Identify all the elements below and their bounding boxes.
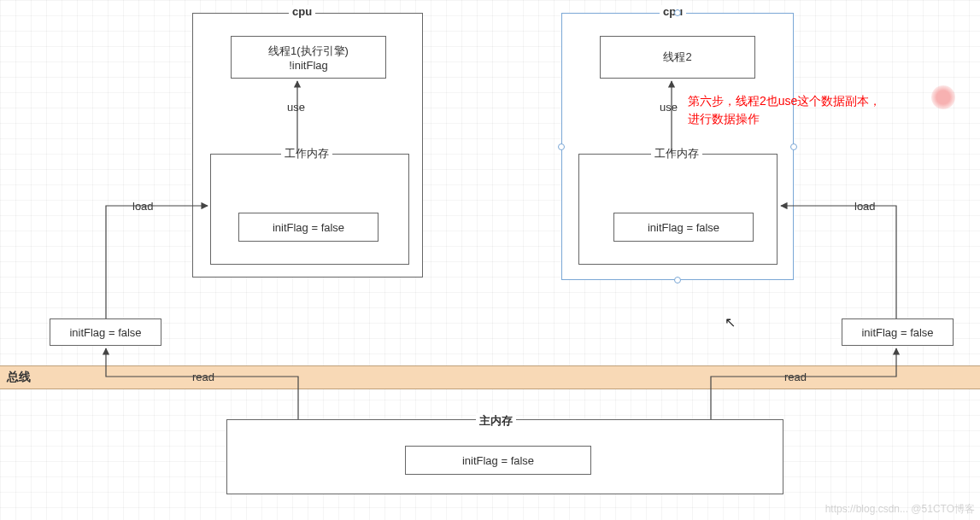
main-memory-value-box: initFlag = false	[405, 446, 591, 475]
pink-dot	[931, 85, 955, 109]
cpu2-sel-dot-right	[790, 143, 797, 150]
cpu2-use-label: use	[657, 101, 680, 114]
watermark: https://blog.csdn... @51CTO博客	[825, 502, 975, 517]
cursor-icon: ↖	[725, 314, 736, 330]
cpu2-local-copy-value: initFlag = false	[861, 326, 933, 339]
cpu2-workmem-title: 工作内存	[651, 146, 702, 161]
main-memory-title: 主内存	[476, 413, 516, 429]
cpu1-thread-label: 线程1(执行引擎) !initFlag	[268, 44, 349, 72]
cpu2-title: cpu	[660, 5, 686, 18]
cpu1-workmem	[210, 154, 409, 265]
cpu2-sel-dot-left	[558, 143, 565, 150]
bus-label: 总线	[7, 370, 31, 385]
cpu1-workmem-value-box: initFlag = false	[238, 213, 379, 242]
cpu2-thread-box: 线程2	[600, 36, 755, 79]
cpu2-workmem-value: initFlag = false	[648, 221, 719, 234]
cpu2-workmem-value-box: initFlag = false	[613, 213, 754, 242]
cpu2-sel-dot-top	[674, 9, 681, 16]
cpu1-workmem-value: initFlag = false	[273, 221, 344, 234]
cpu2-sel-dot-bottom	[674, 277, 681, 283]
bus-bar: 总线	[0, 365, 980, 389]
annotation-text: 第六步，线程2也use这个数据副本， 进行数据操作	[688, 92, 970, 128]
cpu1-read-label: read	[192, 371, 214, 383]
cpu1-workmem-title: 工作内存	[281, 146, 332, 161]
cpu1-thread-box: 线程1(执行引擎) !initFlag	[231, 36, 386, 79]
cpu1-use-label: use	[285, 101, 308, 114]
cpu1-local-copy-value: initFlag = false	[69, 326, 141, 339]
cpu2-thread-label: 线程2	[663, 50, 691, 65]
cpu2-local-copy: initFlag = false	[842, 318, 954, 346]
cpu2-workmem	[578, 154, 778, 265]
cpu1-load-label: load	[132, 200, 154, 213]
cpu1-local-copy: initFlag = false	[50, 318, 161, 346]
cpu2-read-label: read	[784, 371, 807, 383]
annotation-line1: 第六步，线程2也use这个数据副本，	[688, 94, 881, 108]
main-memory-value: initFlag = false	[462, 454, 534, 467]
annotation-line2: 进行数据操作	[688, 112, 760, 126]
cpu2-load-label: load	[854, 200, 876, 213]
cpu1-title: cpu	[289, 5, 315, 18]
